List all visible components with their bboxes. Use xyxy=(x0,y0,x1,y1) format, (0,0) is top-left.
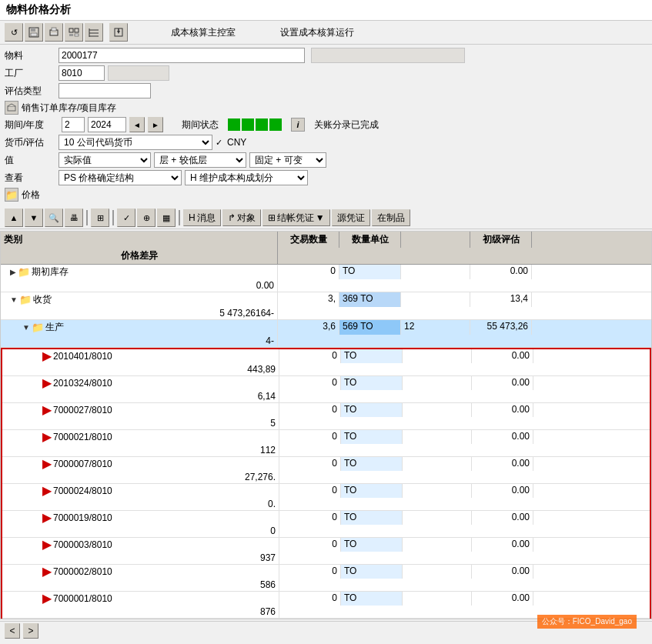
close-label: 关账分录已完成 xyxy=(314,118,379,132)
row-name: ▶ 7000001/8010 xyxy=(2,592,279,606)
window-title: 物料价格分析 xyxy=(6,3,71,17)
arrow-icon: ▶ xyxy=(42,404,52,416)
row-qty: 0 xyxy=(279,457,341,471)
view-select[interactable]: PS 价格确定结构 xyxy=(59,170,182,185)
row-col3 xyxy=(403,565,472,579)
row-label: 2010324/8010 xyxy=(53,378,112,389)
watermark: 公众号：FICO_David_gao xyxy=(537,615,637,629)
storage-label: 销售订单库存/项目库存 xyxy=(22,102,116,115)
nav-up-btn[interactable]: ▲ xyxy=(5,209,23,227)
period-row: 期间/年度 ◄ ► 期间状态 i 关账分录已完成 xyxy=(5,117,647,132)
print2-btn[interactable]: 🖶 xyxy=(65,209,83,227)
row-diff: 27,276. xyxy=(2,471,279,483)
value-select[interactable]: 实际值 xyxy=(59,152,151,168)
wip-btn[interactable]: 在制品 xyxy=(372,209,410,226)
row-unit: 369 TO xyxy=(339,292,401,307)
layout-btn[interactable] xyxy=(65,23,83,42)
msg-btn[interactable]: H消息 xyxy=(183,209,221,226)
scroll-right-btn[interactable]: > xyxy=(23,623,38,639)
view-row: 查看 PS 价格确定结构 H 维护成本构成划分 xyxy=(5,170,647,185)
refresh-btn[interactable]: ↺ xyxy=(5,23,23,42)
period-input[interactable] xyxy=(62,117,85,132)
expand-icon[interactable]: ▼ xyxy=(10,295,18,304)
row-unit: TO xyxy=(341,511,403,525)
storage-row: 销售订单库存/项目库存 xyxy=(5,101,647,115)
scroll-left-btn[interactable]: < xyxy=(5,623,20,639)
search-btn[interactable]: 🔍 xyxy=(45,209,63,227)
svg-rect-9 xyxy=(75,34,79,36)
material-input[interactable] xyxy=(59,48,305,63)
voucher-btn[interactable]: ⊞结帐凭证 ▼ xyxy=(262,209,330,226)
row-name: ▶ 📁 期初库存 xyxy=(1,265,278,279)
arrow-icon: ▶ xyxy=(42,566,52,578)
table-btn[interactable]: ▦ xyxy=(157,209,176,227)
svg-rect-4 xyxy=(52,28,56,31)
price-row: 📁 价格 xyxy=(5,188,647,202)
row-name: ▶ 7000021/8010 xyxy=(2,430,279,444)
object-btn[interactable]: ↱对象 xyxy=(222,209,261,226)
row-diff: 4- xyxy=(1,335,278,347)
row-primary: 0.00 xyxy=(472,565,533,579)
row-col3 xyxy=(403,484,472,498)
table-row: ▶ 7000019/8010 0 TO 0.00 0 xyxy=(2,511,650,538)
row-name: ▶ 7000003/8010 xyxy=(2,538,279,552)
expand-btn[interactable]: ⊕ xyxy=(137,209,155,227)
menu-cost-main[interactable]: 成本核算主控室 xyxy=(162,26,245,39)
row-qty: 0 xyxy=(279,376,341,390)
table-row: ▼ 📁 生产 3,6 569 TO 12 55 473,26 4- xyxy=(1,320,651,348)
row-col3 xyxy=(403,349,472,363)
eval-type-input[interactable] xyxy=(59,83,151,98)
row-name: ▶ 7000019/8010 xyxy=(2,511,279,525)
layer-select[interactable]: 层 + 较低层 xyxy=(154,152,246,168)
row-qty: 0 xyxy=(279,565,341,579)
storage-checkbox[interactable] xyxy=(5,101,18,115)
price-folder-icon[interactable]: 📁 xyxy=(5,188,18,202)
nav-down-btn[interactable]: ▼ xyxy=(25,209,43,227)
check-btn[interactable]: ✓ xyxy=(117,209,135,227)
row-diff: 0 xyxy=(2,525,279,537)
period-prev-btn[interactable]: ◄ xyxy=(129,117,145,132)
row-unit: TO xyxy=(341,403,403,417)
svg-rect-16 xyxy=(8,106,15,111)
plant-row: 工厂 xyxy=(5,65,647,81)
source-btn[interactable]: 源凭证 xyxy=(332,209,370,226)
main-toolbar: ↺ 成本核算主控室 设置成本核算运行 xyxy=(0,21,652,45)
row-col3: 12 xyxy=(401,320,470,335)
row-qty: 0 xyxy=(279,349,341,363)
info-btn[interactable]: i xyxy=(291,118,305,132)
row-name: ▼ 📁 生产 xyxy=(1,320,278,335)
maintain-select[interactable]: H 维护成本构成划分 xyxy=(185,170,308,185)
plant-input[interactable] xyxy=(59,65,105,81)
arrow-icon: ▶ xyxy=(42,512,52,524)
svg-rect-1 xyxy=(31,28,35,32)
fixed-select[interactable]: 固定 + 可变 xyxy=(249,152,326,168)
row-qty: 0 xyxy=(279,592,341,606)
row-label: 7000027/8010 xyxy=(53,405,112,415)
year-input[interactable] xyxy=(88,117,126,132)
row-qty: 0 xyxy=(279,403,341,417)
expand-icon[interactable]: ▶ xyxy=(10,268,16,276)
form-area: 物料 工厂 评估类型 销售订单库存/项目库存 期间/年度 ◄ ► xyxy=(0,45,652,207)
view-label: 查看 xyxy=(5,172,59,185)
table-row: ▶ 2010401/8010 0 TO 0.00 443,89 xyxy=(2,349,650,376)
row-name: ▶ 2010401/8010 xyxy=(2,349,279,363)
row-qty: 3, xyxy=(278,292,339,307)
arrow-icon: ▶ xyxy=(42,539,52,551)
main-window: 物料价格分析 ↺ 成本核算主控室 设置成本核算运行 物料 xyxy=(0,0,652,644)
print-btn[interactable] xyxy=(45,23,63,42)
table-row: ▶ 7000027/8010 0 TO 0.00 5 xyxy=(2,403,650,430)
row-col3 xyxy=(403,538,472,552)
expand-icon[interactable]: ▼ xyxy=(22,323,30,332)
row-diff: 5 xyxy=(2,417,279,429)
row-label: 7000001/8010 xyxy=(53,593,112,604)
action-toolbar: ▲ ▼ 🔍 🖶 ⊞ ✓ ⊕ ▦ H消息 ↱对象 ⊞结帐凭证 ▼ 源凭证 在制品 xyxy=(0,207,652,229)
row-diff: 6,14 xyxy=(2,390,279,402)
grid-btn[interactable] xyxy=(85,23,103,42)
save-btn[interactable] xyxy=(25,23,43,42)
menu-cost-setup[interactable]: 设置成本核算运行 xyxy=(271,26,363,39)
period-next-btn[interactable]: ► xyxy=(148,117,163,132)
currency-select[interactable]: 10 公司代码货币 xyxy=(59,135,212,150)
row-primary: 0.00 xyxy=(472,430,533,444)
layout2-btn[interactable]: ⊞ xyxy=(91,209,109,227)
export-btn[interactable] xyxy=(109,23,128,42)
